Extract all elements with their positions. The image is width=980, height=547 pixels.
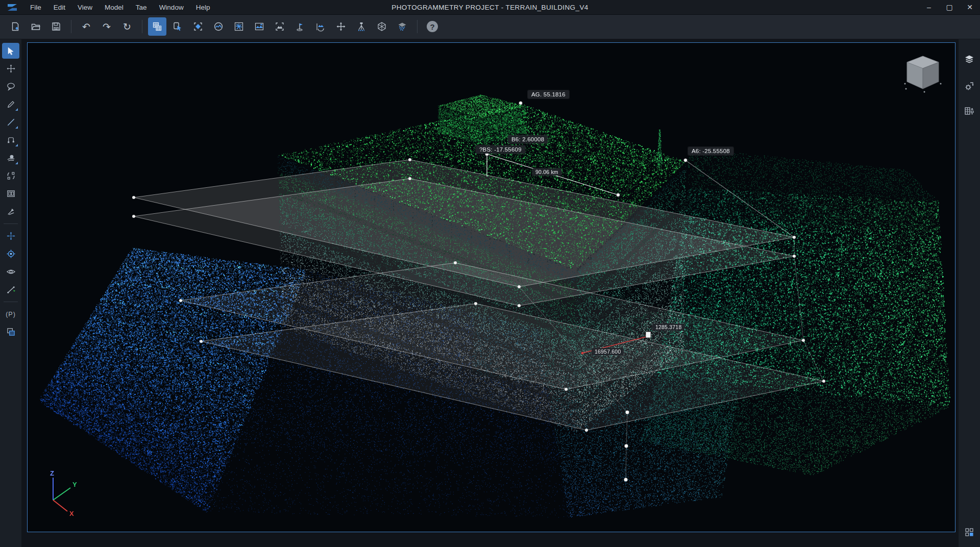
measurement-label: A6: -25.55508 [688,147,733,155]
layered-windows-icon [6,327,16,337]
sparse-cloud-button[interactable] [230,17,248,36]
menu-bar: File Edit View Model Tae Window Help [24,2,215,13]
slice-tool-button[interactable] [2,204,19,219]
eye-icon [6,267,16,277]
pan-tool-button[interactable] [2,61,19,77]
cursor-document-icon [173,21,183,32]
processing-panel-button[interactable] [961,78,978,95]
orthophoto-button[interactable] [250,17,268,36]
measure-tool-button[interactable] [2,282,19,297]
globe-view-button[interactable] [209,17,228,36]
app-logo-icon [6,3,18,12]
select-tool-button[interactable] [2,43,19,59]
select-cursor-icon [6,46,15,56]
axis-z-label: Z [50,469,54,477]
redo-icon: ↷ [103,22,111,32]
move-arrows-icon [336,21,346,32]
right-panel-sidebar [958,39,980,547]
draw-tool-button[interactable] [2,96,19,112]
statistics-table-icon [964,105,975,116]
dense-point-cloud-button[interactable] [148,17,166,36]
globe-terrain-icon [213,21,224,32]
measurement-label: ?BS: -17.55609 [476,145,525,154]
measure-line-icon [6,285,16,294]
line-icon [6,117,16,127]
textured-model-button[interactable] [393,17,411,36]
title-bar: File Edit View Model Tae Window Help PHO… [0,0,980,15]
menu-model[interactable]: Model [99,2,129,13]
axis-x-label: X [69,510,74,517]
transform-tool-button[interactable] [2,168,19,184]
dem-view-button[interactable] [271,17,289,36]
undo-button[interactable]: ↶ [77,17,95,36]
extrude-tool-button[interactable] [2,150,19,166]
marquee-region-icon [193,21,203,32]
dense-point-cloud-icon [152,21,162,32]
gcp-marker-button[interactable] [291,17,309,36]
close-button[interactable]: ✕ [960,0,980,14]
sync-button[interactable]: ↻ [118,17,136,36]
axe-slice-icon [6,207,16,216]
path-polygon-icon [6,135,16,145]
navigation-cube[interactable] [903,52,943,97]
extrude-blob-icon [6,153,16,163]
toolbar-separator [417,20,418,33]
gear-process-icon [964,81,975,92]
toolbar-separator [142,20,142,33]
undo-icon: ↶ [82,22,90,32]
move-tool-button[interactable] [332,17,350,36]
redo-button[interactable]: ↷ [97,17,116,36]
frame-grid-icon [6,189,16,198]
comment-tool-button[interactable] [2,79,19,94]
path-tool-button[interactable] [2,132,19,148]
layers-panel-button[interactable] [961,51,978,68]
pan-arrows-icon [6,64,16,73]
align-terrain-button[interactable] [311,17,330,36]
visibility-tool-button[interactable] [2,264,19,280]
help-button[interactable]: ? [423,17,442,36]
point-cloud-canvas[interactable] [28,43,954,531]
focus-tool-button[interactable] [2,246,19,262]
save-project-button[interactable] [47,17,65,36]
main-toolbar: ↶ ↷ ↻ [0,14,980,39]
survey-station-button[interactable] [352,17,371,36]
maximize-button[interactable]: ▢ [939,0,960,14]
save-icon [51,21,61,32]
focus-target-icon [6,249,16,259]
window-controls: – ▢ ✕ [919,0,980,14]
constraint-tool-button[interactable]: (P) [2,306,19,322]
statistics-panel-button[interactable] [961,102,978,119]
menu-file[interactable]: File [24,2,47,13]
measurement-label: 1285.3718 [652,324,684,331]
pivot-tool-button[interactable] [2,228,19,244]
menu-help[interactable]: Help [190,2,216,13]
comment-bubble-icon [6,82,16,91]
menu-edit[interactable]: Edit [48,2,71,13]
frame-grid-tool-button[interactable] [2,186,19,202]
open-folder-icon [31,21,41,32]
views-tool-button[interactable] [2,324,19,340]
line-tool-button[interactable] [2,114,19,130]
new-file-icon [10,21,20,32]
mesh-wireframe-button[interactable] [373,17,391,36]
menu-window[interactable]: Window [154,2,189,13]
open-project-button[interactable] [27,17,45,36]
viewport-3d[interactable]: AG. 55.1816 B6: 2.60008 ?BS: -17.55609 A… [27,42,955,532]
mesh-cube-icon [377,21,387,32]
menu-tae[interactable]: Tae [130,2,153,13]
minimize-button[interactable]: – [919,0,939,14]
align-rotate-icon [315,21,326,32]
sidebar-divider [4,302,18,302]
distance-label: 90.06 km [532,168,561,176]
region-select-button[interactable] [189,17,207,36]
new-project-button[interactable] [6,17,24,36]
dem-mountain-icon [275,21,285,32]
select-object-button[interactable] [168,17,187,36]
menu-view[interactable]: View [72,2,98,13]
axis-gizmo: Z Y X [36,468,85,517]
sparse-cloud-icon [234,21,244,32]
pencil-icon [6,100,16,109]
survey-tripod-icon [356,21,366,32]
measurement-label: AG. 55.1816 [528,90,569,98]
grid-snap-button[interactable] [961,524,978,541]
